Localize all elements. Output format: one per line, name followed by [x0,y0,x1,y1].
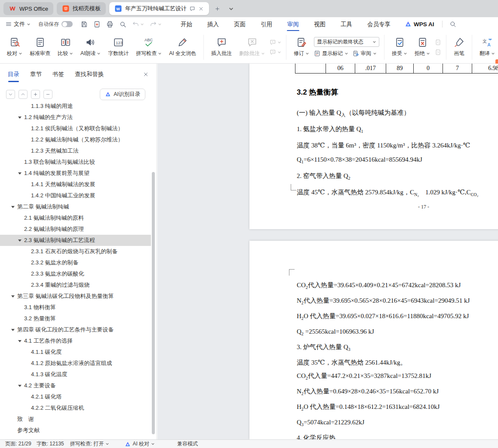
sidebar-tab-bookmarks[interactable]: 书签 [52,71,64,78]
translate-button[interactable]: 文A 翻译 [477,34,498,61]
toc-item[interactable]: 2.2 氨碱法制纯碱的原理 [0,224,151,235]
tab-document[interactable]: W 年产五万吨纯碱工艺设计 计... [109,2,209,15]
toc-collapse-all-button[interactable] [18,90,28,99]
ai-identify-toc-button[interactable]: AI识别目录 [100,89,145,100]
save-button[interactable] [80,21,88,28]
toc-item[interactable]: 2.3 氨碱法制纯碱的工艺流程 [0,235,151,246]
toc-item[interactable]: 4.2.1 碳化塔 [0,391,151,402]
delete-comment-button[interactable]: 删除批注 [237,34,267,61]
menu-tab-开始[interactable]: 开始 [180,18,193,31]
toc-item[interactable]: 参考文献 [0,425,151,436]
proofread-button[interactable]: 校对 [4,34,25,61]
toc-item[interactable]: 1.2 纯碱的生产方法 [0,112,151,123]
toc-item[interactable]: 3.2 热量衡算 [0,313,151,324]
show-markup-button[interactable]: 显示标记 [314,50,348,57]
ai-polish-button[interactable]: AI 全文润色 [166,34,199,61]
toc-item[interactable]: 第二章 氨碱法制纯碱 [0,201,151,212]
word-count-button[interactable]: 123 字数统计 [105,34,131,61]
toc-item[interactable]: 1.1.3 纯碱的用途 [0,101,151,112]
toc-item[interactable]: 4.1.2 原始氨盐水溶液的适宜组成 [0,358,151,369]
sidebar-close-icon[interactable] [143,71,149,77]
toc-item[interactable]: 1.2.2 氨碱法制纯碱（又称苏尔维法） [0,134,151,145]
menu-tab-页面[interactable]: 页面 [233,18,246,31]
toc-item[interactable]: 4.1.1 碳化度 [0,347,151,358]
menu-tab-视图[interactable]: 视图 [313,18,326,31]
next-change-button[interactable] [435,49,441,55]
toc-item[interactable]: 致 谢 [0,414,151,425]
status-page-indicator[interactable]: 页面: 21/29 [5,440,31,448]
toc-expand-arrow-icon[interactable] [18,340,22,342]
export-pdf-button[interactable] [93,21,101,28]
sidebar-tab-toc[interactable]: 目录 [8,71,19,78]
menu-tab-审阅[interactable]: 审阅 [286,18,300,31]
toc-expand-arrow-icon[interactable] [18,385,22,387]
status-spell-check[interactable]: 拼写检查: 打开 [70,440,110,448]
toc-increase-level-button[interactable] [31,90,40,99]
toc-expand-arrow-icon[interactable] [11,295,15,298]
status-compatibility-mode[interactable]: 兼容模式 [177,440,198,448]
toc-item[interactable]: 1.3 联合制碱法与氨碱法比较 [0,156,151,168]
toc-item[interactable]: 2.3.2 氨盐水的制备 [0,257,151,268]
toc-decrease-level-button[interactable] [43,90,52,99]
standard-review-button[interactable]: 标准审查 [27,34,53,61]
toc-item[interactable]: 1.2.3 天然碱加工法 [0,145,151,156]
spell-check-button[interactable]: ABC 拼写检查 [133,34,164,61]
reject-change-button[interactable]: 拒绝 [412,34,433,61]
toc-item[interactable]: 4.2 主要设备 [0,380,151,391]
toc-item[interactable]: 第三章 氨碱法碳化工段物料及热量衡算 [0,291,151,302]
sidebar-scrollbar[interactable] [152,172,155,434]
toc-item[interactable]: 第四章 碳化工段的工艺条件与主要设备 [0,324,151,335]
tab-close-icon[interactable] [198,6,204,12]
sidebar-tab-chapters[interactable]: 章节 [30,71,42,78]
toc-item[interactable]: 1.2.1 侯氏制碱法（又称联合制碱法） [0,123,151,134]
menu-tab-引用[interactable]: 引用 [260,18,273,31]
status-word-count[interactable]: 字数: 12135 [37,440,64,448]
tab-docer-templates[interactable]: 找稻壳模板 [57,2,106,15]
document-area[interactable]: 06.01789076.98 3.2 热量衡算 (一) 输入热量 Q入（以每吨纯… [157,64,498,439]
toc-expand-arrow-icon[interactable] [18,172,22,175]
redo-button[interactable] [150,21,162,28]
toc-item[interactable]: 4.1.3 碳化温度 [0,369,151,380]
previous-comment-button[interactable] [270,39,281,46]
toc-item[interactable]: 2.1 氨碱法制纯碱的原料 [0,212,151,224]
toc-expand-arrow-icon[interactable] [11,206,15,208]
tab-comment-icon[interactable] [190,6,195,12]
previous-change-button[interactable] [435,39,441,46]
insert-comment-button[interactable]: 插入批注 [209,34,234,61]
undo-button[interactable] [132,21,144,28]
toc-item[interactable]: 2.3.3 氨盐水的碳酸化 [0,268,151,279]
menu-tab-插入[interactable]: 插入 [206,18,220,31]
tab-list-dropdown-icon[interactable] [226,3,237,14]
toc-item[interactable]: 3.1 物料衡算 [0,302,151,313]
print-preview-button[interactable] [119,21,126,28]
ink-brush-button[interactable]: 画笔 [451,34,467,61]
menu-tab-会员专享[interactable]: 会员专享 [366,18,391,31]
toc-item[interactable]: 4.1 工艺条件的选择 [0,335,151,347]
status-ai-proofread[interactable]: AI 校对 [125,440,155,448]
toc-item[interactable]: 1.4.1 天然碱制碱法的发展 [0,179,151,190]
wps-ai-button[interactable]: WPS AI [405,21,434,28]
markup-state-dropdown[interactable]: 显示标记的最终状态 [314,37,379,47]
tab-wps-office[interactable]: WPS Office [3,2,53,15]
compare-button[interactable]: 比较 [55,34,76,61]
toc-expand-arrow-icon[interactable] [11,329,15,331]
new-tab-button[interactable] [212,3,223,14]
autosave-toggle[interactable] [61,21,73,27]
toc-item[interactable]: 1.4.2 中国纯碱工业的发展 [0,190,151,201]
track-changes-button[interactable]: 修订 [291,34,312,61]
document-page-17[interactable]: 06.01789076.98 3.2 热量衡算 (一) 输入热量 Q入（以每吨纯… [249,64,498,229]
toc-expand-arrow-icon[interactable] [18,117,22,119]
toc-item[interactable]: 2.3.4 重碱的过滤与煅烧 [0,279,151,291]
accept-change-button[interactable]: 接受 [389,34,410,61]
menu-tab-工具[interactable]: 工具 [340,18,353,31]
toc-item[interactable]: 2.3.1 石灰石的煅烧与石灰乳的制备 [0,246,151,257]
document-page-18[interactable]: CO2代入热量=39.645×0.409×0.21×45=6742kcal=28… [249,241,498,439]
ai-read-aloud-button[interactable]: AI朗读 [78,34,103,61]
toc-expand-all-button[interactable] [6,90,15,99]
toc-expand-arrow-icon[interactable] [18,239,22,242]
next-comment-button[interactable] [270,49,281,55]
search-button[interactable] [449,21,456,28]
toc-item[interactable]: 4.2.2 二氧化碳压缩机 [0,402,151,414]
toc-item[interactable]: 1.4 纯碱的发展前景与展望 [0,168,151,179]
print-button[interactable] [106,21,114,28]
